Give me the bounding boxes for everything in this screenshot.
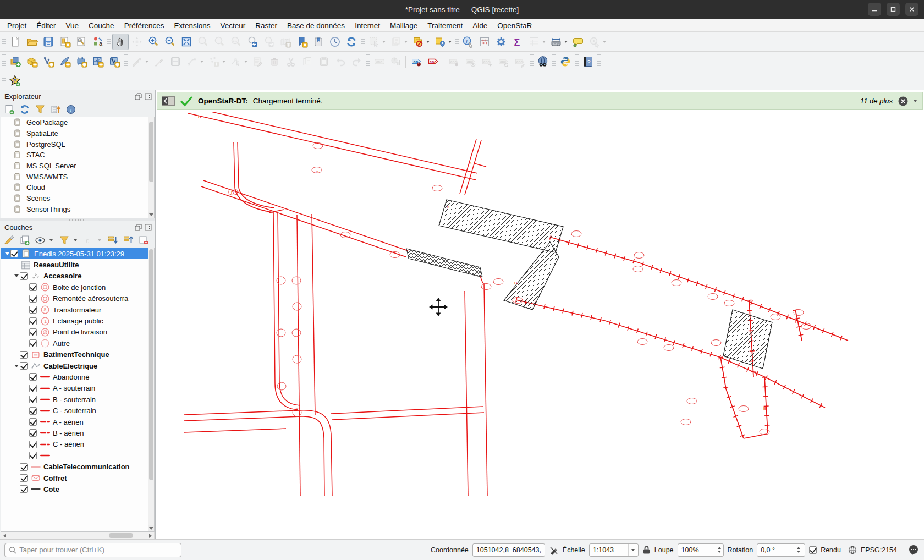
collapse-all-layers-button[interactable] bbox=[122, 234, 134, 246]
layer-row-reseauutilite[interactable]: ReseauUtilite bbox=[1, 259, 154, 270]
layer-visibility-checkbox[interactable] bbox=[29, 283, 37, 291]
browser-item-wms-wmts[interactable]: WMS/WMTS bbox=[1, 171, 154, 182]
log-messages-icon[interactable] bbox=[908, 544, 920, 556]
menu-aide[interactable]: Aide bbox=[468, 20, 492, 31]
new-virtual-layer-button[interactable] bbox=[90, 53, 106, 70]
layer-visibility-checkbox[interactable] bbox=[10, 250, 18, 257]
layer-row-coffret[interactable]: Coffret bbox=[1, 473, 154, 484]
modify-attributes-button[interactable] bbox=[250, 53, 266, 70]
deselect-features-button[interactable] bbox=[410, 34, 426, 50]
select-by-value-button[interactable] bbox=[388, 34, 404, 50]
change-label-button[interactable]: abc bbox=[512, 53, 529, 70]
expander-icon[interactable] bbox=[14, 274, 19, 277]
toggle-editing-button[interactable] bbox=[151, 53, 167, 70]
add-group-button[interactable] bbox=[19, 234, 31, 246]
layer-row-cote[interactable]: Cote bbox=[1, 484, 154, 495]
layer-visibility-checkbox[interactable] bbox=[20, 362, 28, 370]
layer-visibility-checkbox[interactable] bbox=[29, 441, 37, 448]
layer-visibility-checkbox[interactable] bbox=[29, 418, 37, 426]
new-project-button[interactable] bbox=[7, 34, 24, 50]
show-hidden-labels-button[interactable]: abc bbox=[463, 53, 479, 70]
run-feature-action-button[interactable] bbox=[586, 34, 603, 50]
copy-features-button[interactable] bbox=[299, 53, 316, 70]
undo-button[interactable] bbox=[332, 53, 349, 70]
browser-item-geopackage[interactable]: GeoPackage bbox=[1, 117, 154, 128]
menu-vecteur[interactable]: Vecteur bbox=[215, 20, 250, 31]
close-panel-icon[interactable] bbox=[144, 92, 152, 100]
layer-visibility-checkbox[interactable] bbox=[29, 295, 37, 303]
zoom-to-layer-button[interactable] bbox=[211, 34, 228, 50]
layers-scrollbar[interactable] bbox=[148, 248, 154, 531]
vertex-tool-caret-icon[interactable] bbox=[244, 61, 248, 63]
collapse-all-browser-button[interactable] bbox=[50, 103, 62, 116]
zoom-in-button[interactable] bbox=[145, 34, 162, 50]
layer-row-remont-e-a-rosouterra[interactable]: Remontée aérosouterra bbox=[1, 293, 154, 304]
show-spatial-bookmarks-button[interactable] bbox=[310, 34, 327, 50]
browser-item-sensorthings[interactable]: SensorThings bbox=[1, 204, 154, 215]
lock-scale-icon[interactable] bbox=[642, 545, 651, 554]
map-tips-button[interactable] bbox=[570, 34, 586, 50]
float-panel-icon[interactable] bbox=[134, 92, 142, 100]
manage-map-themes-button[interactable] bbox=[34, 234, 46, 246]
layer-row-transformateur[interactable]: 8Transformateur bbox=[1, 304, 154, 315]
move-label-button[interactable]: abc bbox=[479, 53, 496, 70]
expander-icon[interactable] bbox=[5, 252, 9, 255]
filter-legend-caret-icon[interactable] bbox=[74, 239, 77, 241]
refresh-map-button[interactable] bbox=[343, 34, 360, 50]
new-print-layout-button[interactable] bbox=[57, 34, 73, 50]
browser-item-stac[interactable]: STAC bbox=[1, 150, 154, 161]
digitize-segment-caret-icon[interactable] bbox=[200, 61, 204, 63]
layer-row-abandonn-[interactable]: Abandonné bbox=[1, 371, 154, 382]
temporal-controller-button[interactable] bbox=[327, 34, 343, 50]
new-mesh-layer-button[interactable] bbox=[73, 53, 90, 70]
layer-diagram-options-button[interactable] bbox=[388, 53, 404, 70]
zoom-native-resolution-button[interactable]: 1:1 bbox=[228, 34, 244, 50]
pin-labels-button[interactable]: abc bbox=[446, 53, 463, 70]
scroll-down-icon[interactable] bbox=[148, 212, 154, 218]
deselect-features-caret-icon[interactable] bbox=[426, 41, 430, 43]
zoom-out-button[interactable] bbox=[162, 34, 178, 50]
digitize-shape-button[interactable] bbox=[206, 53, 222, 70]
scale-combobox[interactable]: 1:1043 bbox=[589, 543, 639, 557]
map-canvas[interactable]: OpenStaR-DT: Chargement terminé. 11 de p… bbox=[156, 90, 924, 539]
layer-labeling-options-button[interactable]: abc bbox=[371, 53, 388, 70]
new-shapefile-layer-button[interactable] bbox=[40, 53, 57, 70]
magnifier-spin-icons[interactable] bbox=[716, 544, 723, 556]
show-layout-manager-button[interactable] bbox=[73, 34, 90, 50]
close-button[interactable] bbox=[905, 3, 919, 16]
refresh-browser-button[interactable] bbox=[19, 103, 31, 116]
browser-item-cloud[interactable]: Cloud bbox=[1, 182, 154, 193]
rotate-label-button[interactable]: abc bbox=[496, 53, 512, 70]
zoom-next-button[interactable] bbox=[261, 34, 277, 50]
layer-visibility-checkbox[interactable] bbox=[29, 452, 37, 459]
layer-row-eclairage-public[interactable]: 1Eclairage public bbox=[1, 315, 154, 326]
vertex-tool-button[interactable] bbox=[228, 53, 244, 70]
open-layer-styling-button[interactable] bbox=[3, 234, 15, 246]
select-by-location-caret-icon[interactable] bbox=[448, 41, 452, 43]
layer-row-point-de-livraison[interactable]: Point de livraison bbox=[1, 327, 154, 338]
manage-map-themes-caret-icon[interactable] bbox=[50, 239, 53, 241]
digitize-segment-button[interactable] bbox=[184, 53, 200, 70]
filter-browser-button[interactable] bbox=[34, 103, 46, 116]
layer-row-batimenttechnique[interactable]: BatimentTechnique bbox=[1, 349, 154, 360]
measure-button[interactable] bbox=[548, 34, 564, 50]
filter-legend-button[interactable] bbox=[58, 234, 70, 246]
processing-toolbox-button[interactable] bbox=[493, 34, 509, 50]
menu-raster[interactable]: Raster bbox=[250, 20, 282, 31]
cut-features-button[interactable] bbox=[283, 53, 299, 70]
browser-item-postgresql[interactable]: PostgreSQL bbox=[1, 139, 154, 150]
add-selected-layers-button[interactable] bbox=[3, 103, 15, 116]
menu-base-de-donn-es[interactable]: Base de données bbox=[282, 20, 350, 31]
layer-labeling-button[interactable]: ab bbox=[409, 53, 425, 70]
style-manager-button[interactable]: a bbox=[90, 34, 106, 50]
close-message-icon[interactable] bbox=[898, 96, 909, 107]
render-checkbox[interactable] bbox=[809, 546, 817, 554]
layers-hscrollbar[interactable] bbox=[1, 532, 155, 539]
layer-visibility-checkbox[interactable] bbox=[29, 328, 37, 336]
expander-icon[interactable] bbox=[14, 365, 19, 367]
scroll-right-icon[interactable] bbox=[147, 532, 154, 539]
menu-couche[interactable]: Couche bbox=[84, 20, 119, 31]
menu-maillage[interactable]: Maillage bbox=[385, 20, 422, 31]
new-spatialite-layer-button[interactable] bbox=[57, 53, 73, 70]
zoom-last-button[interactable] bbox=[244, 34, 261, 50]
